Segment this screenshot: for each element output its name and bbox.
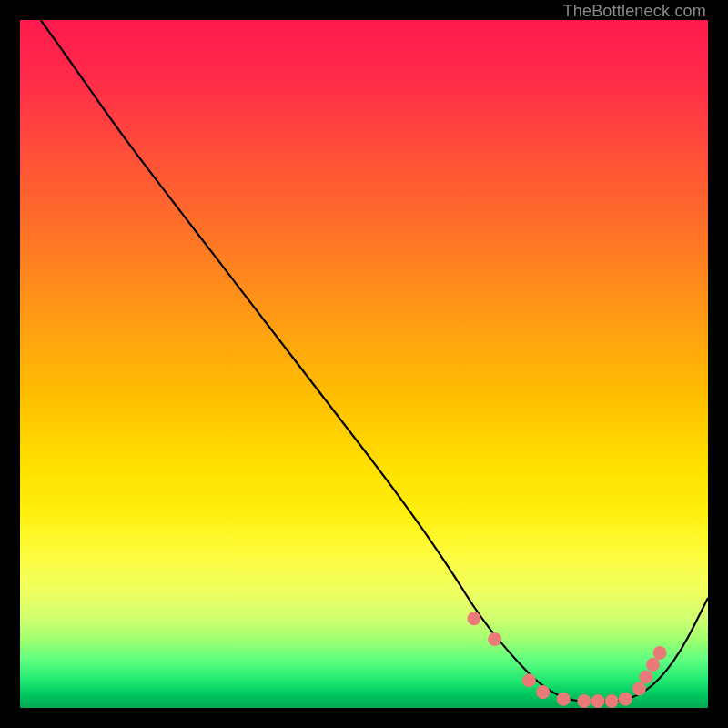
data-dot: [488, 632, 501, 646]
curve-svg: [20, 20, 708, 708]
data-dot: [536, 685, 550, 699]
data-dot: [653, 646, 667, 660]
data-dot: [619, 693, 632, 706]
data-dot: [557, 693, 571, 706]
chart-area: [20, 20, 708, 708]
data-dot: [577, 694, 591, 708]
bottleneck-curve: [41, 20, 708, 701]
data-dot: [522, 673, 536, 687]
data-dot: [646, 658, 660, 672]
data-dot: [639, 670, 652, 683]
watermark-text: TheBottleneck.com: [563, 2, 706, 21]
data-dot: [467, 612, 480, 625]
data-dot: [605, 694, 619, 708]
data-dot: [592, 694, 605, 708]
data-dot: [632, 682, 646, 695]
